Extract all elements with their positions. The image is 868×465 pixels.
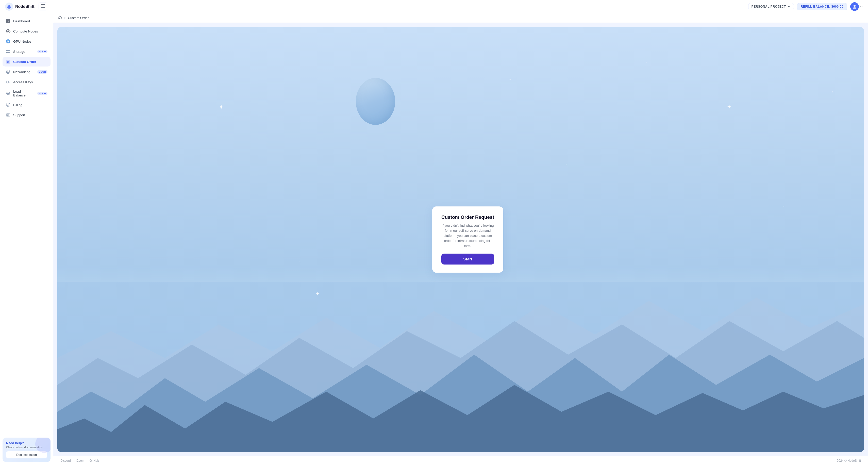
sidebar-item-billing[interactable]: Billing (3, 100, 51, 110)
billing-label: Billing (13, 103, 22, 107)
gpu-nodes-label: GPU Nodes (13, 40, 31, 43)
sparkle-10: ● (783, 206, 784, 208)
svg-point-20 (9, 52, 9, 53)
avatar-button[interactable] (850, 2, 863, 11)
sidebar-item-access-keys[interactable]: Access Keys (3, 77, 51, 87)
hamburger-icon (41, 4, 45, 8)
load-balancer-soon-badge: SOON (37, 92, 48, 95)
main-content: > Custom Order ✦ ✦ ● ✦ ● ● ● ● ✦ ● (53, 13, 868, 465)
networking-label: Networking (13, 70, 30, 74)
header-right: PERSONAL PROJECT REFILL BALANCE: $600.00 (748, 2, 863, 11)
scene-container: ✦ ✦ ● ✦ ● ● ● ● ✦ ● (57, 27, 864, 452)
order-card-title: Custom Order Request (441, 215, 494, 220)
refill-label: REFILL BALANCE: $600.00 (801, 5, 843, 8)
github-link[interactable]: GitHub (90, 459, 99, 462)
custom-order-icon (6, 59, 11, 64)
networking-icon (6, 69, 11, 74)
breadcrumb: > Custom Order (53, 13, 868, 23)
breadcrumb-current: Custom Order (68, 16, 89, 20)
avatar (850, 2, 859, 11)
avatar-chevron-icon (860, 5, 863, 8)
sidebar-item-storage[interactable]: Storage SOON (3, 47, 51, 56)
support-icon (6, 113, 11, 118)
header-left: NodeShift (5, 3, 47, 11)
order-card: Custom Order Request If you didn't find … (432, 206, 503, 273)
sidebar-item-dashboard[interactable]: Dashboard (3, 16, 51, 26)
svg-point-29 (8, 104, 9, 105)
sparkle-3: ● (646, 61, 647, 63)
sparkle-7: ● (307, 121, 309, 123)
app-header: NodeShift PERSONAL PROJECT REFILL BALANC… (0, 0, 868, 13)
compute-icon (6, 29, 11, 34)
svg-rect-4 (41, 6, 45, 6)
hamburger-button[interactable] (38, 3, 47, 10)
dashboard-label: Dashboard (13, 19, 30, 23)
key-icon (6, 80, 11, 85)
sidebar-item-networking[interactable]: Networking SOON (3, 67, 51, 76)
home-icon[interactable] (58, 16, 62, 20)
app-body: Dashboard Compute Nodes GPU Nodes (0, 13, 868, 465)
storage-soon-badge: SOON (37, 50, 48, 53)
copyright: 2024 © NodeShift (837, 459, 861, 462)
breadcrumb-separator: > (64, 16, 66, 20)
help-card-decoration (35, 438, 51, 453)
access-keys-label: Access Keys (13, 80, 33, 84)
svg-point-2 (8, 5, 9, 6)
sidebar: Dashboard Compute Nodes GPU Nodes (0, 13, 53, 465)
sidebar-item-custom-order[interactable]: Custom Order (3, 57, 51, 66)
storage-icon (6, 49, 11, 54)
sidebar-item-load-balancer[interactable]: Load Balancer SOON (3, 87, 51, 99)
networking-soon-badge: SOON (37, 70, 48, 73)
svg-point-19 (9, 51, 9, 51)
sidebar-item-support[interactable]: Support (3, 110, 51, 120)
svg-point-13 (7, 30, 9, 32)
sparkle-8: ● (565, 163, 567, 165)
svg-point-7 (853, 7, 856, 9)
svg-rect-11 (8, 21, 10, 23)
svg-rect-5 (41, 7, 45, 8)
project-selector[interactable]: PERSONAL PROJECT (748, 3, 794, 10)
svg-rect-30 (6, 114, 10, 116)
svg-rect-8 (6, 19, 8, 21)
refill-balance-button[interactable]: REFILL BALANCE: $600.00 (797, 3, 847, 10)
main-area: ✦ ✦ ● ✦ ● ● ● ● ✦ ● (53, 23, 868, 456)
sparkle-1: ✦ (219, 103, 224, 111)
footer-links: Discord X.com GitHub (60, 459, 99, 462)
help-section: Need help? Check out our documentation D… (3, 435, 51, 462)
chevron-down-icon (787, 5, 790, 8)
svg-rect-9 (8, 19, 10, 21)
storage-label: Storage (13, 50, 25, 54)
moon (356, 78, 395, 125)
user-icon (852, 4, 857, 9)
billing-icon (6, 102, 11, 107)
load-balancer-label: Load Balancer (13, 90, 35, 97)
compute-nodes-label: Compute Nodes (13, 29, 38, 33)
discord-link[interactable]: Discord (60, 459, 71, 462)
sidebar-item-gpu-nodes[interactable]: GPU Nodes (3, 36, 51, 46)
svg-rect-3 (41, 4, 45, 5)
start-button[interactable]: Start (441, 254, 494, 265)
logo-icon (5, 3, 13, 11)
svg-point-6 (854, 5, 856, 7)
svg-rect-10 (6, 21, 8, 23)
xcom-link[interactable]: X.com (76, 459, 85, 462)
project-label: PERSONAL PROJECT (751, 5, 786, 8)
dashboard-icon (6, 19, 11, 24)
gpu-icon (6, 39, 11, 44)
sidebar-item-compute-nodes[interactable]: Compute Nodes (3, 26, 51, 36)
custom-order-label: Custom Order (13, 60, 36, 64)
svg-point-16 (8, 41, 9, 42)
order-card-description: If you didn't find what you're looking f… (441, 223, 494, 249)
app-footer: Discord X.com GitHub 2024 © NodeShift (53, 456, 868, 465)
logo: NodeShift (5, 3, 34, 11)
logo-text: NodeShift (15, 4, 34, 9)
sparkle-2: ✦ (509, 78, 511, 81)
help-card: Need help? Check out our documentation D… (3, 438, 51, 462)
documentation-button[interactable]: Documentation (6, 451, 47, 458)
sparkle-4: ✦ (727, 103, 732, 110)
sparkle-5: ● (832, 91, 833, 93)
load-balancer-icon (6, 91, 11, 96)
support-label: Support (13, 113, 25, 117)
